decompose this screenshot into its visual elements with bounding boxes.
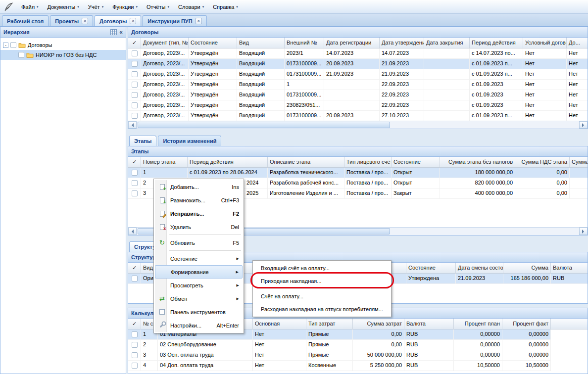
menubar-item[interactable]: Отчёты▾ xyxy=(142,1,174,12)
row-checkbox[interactable] xyxy=(132,50,138,56)
row-checkbox[interactable] xyxy=(132,180,138,186)
tab-close-icon[interactable]: × xyxy=(196,18,202,24)
tree-checkbox[interactable] xyxy=(10,42,16,48)
column-header[interactable]: Тип лицевого счёт xyxy=(344,157,392,167)
column-header[interactable]: ✓ xyxy=(128,157,141,167)
tree-checkbox[interactable] xyxy=(18,52,24,58)
table-row[interactable]: 404 Доп. оплата трудаНетКосвенные5 250 0… xyxy=(128,361,551,371)
expander-icon[interactable]: - xyxy=(3,43,8,48)
menu-item[interactable]: Формирование▶ xyxy=(155,265,243,279)
column-header[interactable]: Период действия xyxy=(470,38,523,48)
row-checkbox[interactable] xyxy=(132,61,138,67)
main-tab[interactable]: Проекты× xyxy=(50,15,93,26)
column-header[interactable]: Сумма затрат xyxy=(353,319,404,329)
table-row[interactable]: Договор, 2023/...УтверждёнВходящий230823… xyxy=(128,100,588,111)
row-checkbox[interactable] xyxy=(132,82,138,88)
column-header[interactable]: Условный договор xyxy=(523,38,567,48)
main-tab[interactable]: Договоры× xyxy=(95,15,141,26)
scroll-left-icon[interactable] xyxy=(128,121,137,129)
table-row[interactable]: Договор, 2023/...УтверждёнВходящий017310… xyxy=(128,69,588,80)
table-row[interactable]: 303 Осн. оплата трудаНетПрямые50 000 000… xyxy=(128,350,551,361)
column-header[interactable]: Сумма НДС этапа xyxy=(515,157,570,167)
menu-item[interactable]: Входящий счёт на оплату... xyxy=(254,262,390,275)
table-row[interactable]: Договор, 2023/...УтверждёнВходящий017310… xyxy=(128,111,588,121)
tree-item[interactable]: НИОКР по ГОЗ без НДС xyxy=(0,50,126,60)
table-row[interactable]: Договор, 2023/...УтверждёнВходящий017310… xyxy=(128,59,588,69)
menu-item[interactable]: Панель инструментов xyxy=(155,305,243,319)
column-header[interactable]: Состояние xyxy=(189,38,237,48)
column-header[interactable]: Период действия xyxy=(188,157,268,167)
column-header[interactable]: Документ (тип, №... xyxy=(141,38,189,48)
row-checkbox[interactable] xyxy=(132,276,138,281)
main-tab[interactable]: Инструкции ПУП× xyxy=(143,15,206,26)
column-header[interactable]: Дата смены состоя xyxy=(456,263,503,273)
menu-item[interactable]: Расходная накладная на отпуск потребител… xyxy=(254,303,390,316)
column-header[interactable]: Внешний № xyxy=(285,38,324,48)
column-header[interactable]: Дата закрытия xyxy=(424,38,470,48)
menubar-item[interactable]: Документы▾ xyxy=(43,1,84,12)
row-checkbox[interactable] xyxy=(132,170,138,176)
menu-item[interactable]: ↻ОбновитьF5 xyxy=(155,236,243,249)
grid-view-icon[interactable] xyxy=(110,29,117,35)
row-checkbox[interactable] xyxy=(132,92,138,98)
contracts-hscrollbar[interactable] xyxy=(128,121,588,129)
table-row[interactable]: Договор, 2023/...УтверждёнВходящий2023/1… xyxy=(128,48,588,59)
scrollbar-thumb[interactable] xyxy=(138,122,390,128)
row-checkbox[interactable] xyxy=(132,102,138,108)
menubar-item[interactable]: Справка▾ xyxy=(208,1,243,12)
menu-item[interactable]: ×УдалитьDel xyxy=(155,220,243,234)
column-header[interactable]: Валюта xyxy=(551,263,588,273)
column-header[interactable]: Состояние xyxy=(392,157,440,167)
table-row[interactable]: 1с 01.09.2023 по 28.06.2024Разработка те… xyxy=(128,168,588,178)
menu-item[interactable]: Исправить...F2 xyxy=(155,207,243,220)
row-checkbox[interactable] xyxy=(132,352,138,358)
column-header[interactable]: ✓ xyxy=(128,38,141,48)
menu-item[interactable]: +Добавить...Ins xyxy=(155,180,243,193)
row-checkbox[interactable] xyxy=(132,363,138,369)
column-header[interactable]: Сумма xyxy=(503,263,551,273)
table-row[interactable]: Договор, 2023/...УтверждёнВходящий017310… xyxy=(128,90,588,100)
column-header[interactable]: Номер этапа xyxy=(141,157,188,167)
row-checkbox[interactable] xyxy=(132,342,138,348)
row-checkbox[interactable] xyxy=(132,113,138,119)
row-checkbox[interactable] xyxy=(132,190,138,196)
menu-item[interactable]: +Размножить...Ctrl+F3 xyxy=(155,193,243,207)
column-header[interactable]: Сумма этапа без налогов xyxy=(440,157,515,167)
column-header[interactable]: Описание этапа xyxy=(268,157,344,167)
column-header[interactable]: Дата утверждения xyxy=(380,38,424,48)
scroll-right-icon[interactable] xyxy=(579,228,588,235)
menu-item[interactable]: Приходная накладная... xyxy=(254,275,390,287)
menubar-item[interactable]: Функции▾ xyxy=(108,1,142,12)
menu-item[interactable]: ⇄Обмен▶ xyxy=(155,292,243,305)
menubar-item[interactable]: Файл▾ xyxy=(17,1,43,12)
menubar-item[interactable]: Учёт▾ xyxy=(84,1,108,12)
column-header[interactable]: Процент план xyxy=(454,319,502,329)
menu-item[interactable]: Счёт на оплату... xyxy=(254,290,390,303)
sub-tab[interactable]: История изменений xyxy=(158,136,221,146)
row-checkbox[interactable] xyxy=(132,71,138,77)
tab-close-icon[interactable]: × xyxy=(130,18,136,24)
sub-tab[interactable]: Этапы xyxy=(129,136,156,146)
column-header[interactable]: До... xyxy=(567,38,588,48)
tree-item[interactable]: -Договоры xyxy=(0,40,126,50)
menu-item[interactable]: Состояние▶ xyxy=(155,252,243,265)
column-header[interactable]: Дата регистрации xyxy=(324,38,380,48)
collapse-panel-icon[interactable]: « xyxy=(119,29,123,35)
table-row[interactable]: Договор, 2023/...УтверждёнВходящий122.09… xyxy=(128,80,588,90)
table-row[interactable]: 202 СпецоборудованиеНетПрямые0,00RUB0,00… xyxy=(128,340,551,350)
tab-close-icon[interactable]: × xyxy=(82,18,88,24)
scroll-left-icon[interactable] xyxy=(128,228,137,235)
column-header[interactable]: Сумма эт... xyxy=(570,157,588,167)
column-header[interactable]: Вид xyxy=(237,38,285,48)
column-header[interactable]: ✓ xyxy=(128,263,141,273)
column-header[interactable]: Тип затрат xyxy=(306,319,353,329)
menu-item[interactable]: Настройки...Alt+Enter xyxy=(155,319,243,332)
main-tab[interactable]: Рабочий стол xyxy=(2,15,49,26)
column-header[interactable]: Основная xyxy=(253,319,306,329)
menubar-item[interactable]: Словари▾ xyxy=(174,1,208,12)
scroll-right-icon[interactable] xyxy=(579,121,588,129)
row-checkbox[interactable] xyxy=(132,331,138,337)
column-header[interactable]: ✓ xyxy=(128,319,141,329)
column-header[interactable]: Состояние xyxy=(406,263,456,273)
column-header[interactable]: Процент факт xyxy=(502,319,551,329)
